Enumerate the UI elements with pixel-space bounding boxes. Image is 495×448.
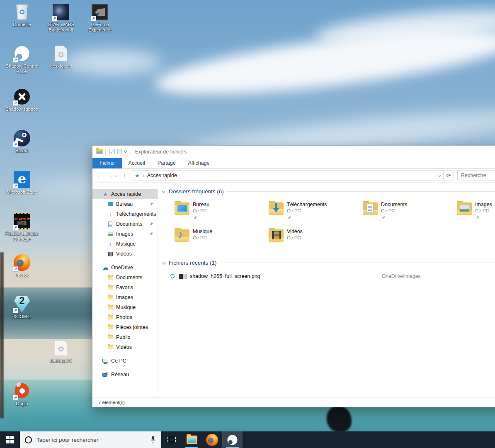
- sidebar-item-onedrive-images[interactable]: Images: [92, 292, 158, 302]
- sidebar-item-telechargements[interactable]: ↓ Téléchargements: [92, 209, 158, 219]
- desktop-icon-microsoft-edge[interactable]: e↗ Microsoft Edge: [2, 171, 41, 195]
- folder-icon: [107, 344, 113, 350]
- desktop-icon-corbeille[interactable]: ♻ Corbeille: [2, 3, 41, 27]
- sidebar-item-onedrive-pieces-jointes[interactable]: Pièces jointes: [92, 322, 158, 332]
- search-ring-icon: [25, 436, 32, 443]
- section-header-frequent[interactable]: Dossiers fréquents (6): [161, 188, 495, 195]
- sidebar-item-documents[interactable]: Documents: [92, 219, 158, 229]
- history-dropdown-icon[interactable]: [115, 174, 118, 177]
- folder-icon: [363, 202, 378, 215]
- desktop-icon-label: Corbeille: [2, 22, 41, 27]
- breadcrumb-chevron-icon[interactable]: [141, 174, 144, 177]
- music-note-overlay-icon: ♪: [178, 229, 183, 240]
- shortcut-arrow-icon: ↗: [13, 395, 18, 400]
- sidebar-item-onedrive-documents[interactable]: Documents: [92, 273, 158, 282]
- refresh-button[interactable]: ⟳: [444, 170, 454, 180]
- tab-fichier[interactable]: Fichier: [92, 158, 122, 168]
- address-dropdown-icon[interactable]: [438, 174, 441, 177]
- ini-file-icon: ⚙: [55, 340, 67, 356]
- taskbar-firefox[interactable]: [202, 431, 222, 448]
- shortcut-arrow-icon: ↗: [13, 225, 18, 230]
- sidebar-item-videos[interactable]: Vidéos: [92, 249, 158, 259]
- film-overlay-icon: [272, 231, 281, 239]
- folder-icon: ♪: [175, 229, 189, 242]
- sidebar-item-bureau[interactable]: Bureau: [92, 199, 158, 209]
- desktop-icon-label: STAR WARS Battlefront II: [41, 22, 80, 33]
- sidebar-item-ce-pc[interactable]: Ce PC: [92, 356, 158, 366]
- desktop-icon-steam[interactable]: ↗ Steam: [2, 129, 41, 153]
- folder-tile-videos[interactable]: Vidéos Ce PC: [269, 227, 363, 250]
- title-bar[interactable]: | ✓ | Explorateur de fichiers: [92, 146, 495, 158]
- search-input[interactable]: Recherche: [457, 170, 495, 180]
- desktop-icon-xcom2[interactable]: 2↗ XCOM 2: [2, 295, 41, 319]
- qat-properties-button[interactable]: ✓: [108, 148, 116, 156]
- qat-customize-dropdown[interactable]: [124, 151, 127, 153]
- start-button[interactable]: [0, 431, 20, 448]
- sidebar-item-onedrive-favoris[interactable]: Favoris: [92, 282, 158, 292]
- folder-icon: [107, 334, 113, 340]
- sidebar-item-images[interactable]: Images: [92, 229, 158, 239]
- computer-icon: [102, 358, 108, 364]
- sidebar-item-onedrive-photos[interactable]: Photos: [92, 312, 158, 322]
- section-header-recent[interactable]: Fichiers récents (1): [161, 260, 495, 266]
- folder-tile-documents[interactable]: Documents Ce PC: [363, 200, 457, 223]
- collapse-chevron-icon[interactable]: [162, 260, 166, 264]
- folder-icon: [107, 295, 113, 300]
- breadcrumb[interactable]: Accès rapide: [147, 173, 177, 178]
- sidebar-item-onedrive[interactable]: ☁ OneDrive: [92, 263, 158, 273]
- pin-icon: [381, 215, 386, 220]
- sidebar-item-onedrive-public[interactable]: Public: [92, 332, 158, 342]
- item-count: 7 élément(s): [98, 400, 125, 405]
- desktop-icon-origin[interactable]: ↗ Origin: [2, 382, 41, 407]
- tab-affichage[interactable]: Affichage: [182, 158, 216, 168]
- tab-accueil[interactable]: Accueil: [122, 158, 151, 168]
- desktop-icon-flatout[interactable]: FLATOUTULTIMATE CARNAGE↗ FlatOut Ultimat…: [2, 212, 41, 242]
- onedrive-cloud-icon: ☁: [102, 265, 108, 270]
- folder-tile-bureau[interactable]: Bureau Ce PC: [175, 200, 269, 223]
- file-name: shadow_h265_full_screen.png: [190, 273, 260, 279]
- sidebar-item-acces-rapide[interactable]: ★ Accès rapide: [92, 189, 158, 199]
- frequent-folders-grid: Bureau Ce PC Téléchargements Ce PC: [175, 200, 495, 250]
- pin-icon: [475, 215, 480, 220]
- navigation-pane: ★ Accès rapide Bureau ↓ Téléchargements …: [92, 183, 158, 397]
- tab-partage[interactable]: Partage: [151, 158, 182, 168]
- file-explorer-window: | ✓ | Explorateur de fichiers Fichier Ac…: [92, 145, 495, 407]
- desktop-icon-geforce-experience[interactable]: ↗ GeForce Experience: [80, 3, 119, 33]
- folder-tile-telechargements[interactable]: Téléchargements Ce PC: [269, 200, 363, 223]
- folder-tile-musique[interactable]: ♪ Musique Ce PC: [175, 227, 269, 250]
- content-pane: Dossiers fréquents (6) Bureau Ce PC: [158, 183, 495, 397]
- forward-button[interactable]: →: [105, 172, 115, 179]
- desktop-icon-shadow-support[interactable]: ↗ Shadow support: [2, 88, 41, 112]
- qat-new-folder-button[interactable]: [116, 148, 123, 156]
- up-button[interactable]: ↑: [119, 172, 130, 179]
- download-arrow-overlay-icon: [273, 203, 279, 214]
- microphone-icon[interactable]: [150, 436, 155, 443]
- back-button[interactable]: ←: [95, 172, 105, 179]
- pin-icon: [149, 212, 153, 216]
- desktop-icon-firefox[interactable]: ↗ Firefox: [2, 254, 41, 278]
- collapse-chevron-icon[interactable]: [162, 189, 166, 193]
- sidebar-item-onedrive-musique[interactable]: Musique: [92, 302, 158, 312]
- desktop-icon-label: Shadow support: [2, 107, 41, 112]
- desktop-icon-shadow-control-panel[interactable]: ↗ Shadow Control Panel: [2, 45, 41, 74]
- address-bar: ← → ↑ ★ Accès rapide ⟳ Recherche: [92, 169, 495, 183]
- desktop-icon-desktop-ini-2[interactable]: ⚙ desktop.ini: [41, 339, 80, 363]
- recent-file-row[interactable]: shadow_h265_full_screen.png OneDrive\Ima…: [170, 272, 495, 280]
- sidebar-item-onedrive-videos[interactable]: Vidéos: [92, 342, 158, 352]
- sidebar-item-reseau[interactable]: Réseau: [92, 370, 158, 380]
- sidebar-item-musique[interactable]: ♪ Musique: [92, 239, 158, 249]
- taskbar-search-box[interactable]: Taper ici pour rechercher: [20, 431, 161, 448]
- quick-access-star-icon: ★: [102, 191, 108, 197]
- task-view-button[interactable]: [161, 431, 182, 448]
- desktop-icon-star-wars-battlefront[interactable]: ↗ STAR WARS Battlefront II: [41, 3, 80, 33]
- folder-tile-images[interactable]: Images Ce PC: [457, 200, 495, 223]
- taskbar-file-explorer[interactable]: [182, 431, 202, 448]
- desktop-icon-label: Microsoft Edge: [2, 190, 41, 195]
- desktop-icon-desktop-ini-1[interactable]: ⚙ desktop.ini: [41, 45, 80, 69]
- address-field[interactable]: ★ Accès rapide: [132, 170, 444, 180]
- windows-logo-icon: [6, 436, 14, 443]
- shadow-logo-icon: [227, 434, 238, 446]
- pin-icon: [287, 215, 291, 220]
- search-placeholder: Taper ici pour rechercher: [36, 437, 150, 443]
- taskbar-shadow[interactable]: [222, 431, 243, 448]
